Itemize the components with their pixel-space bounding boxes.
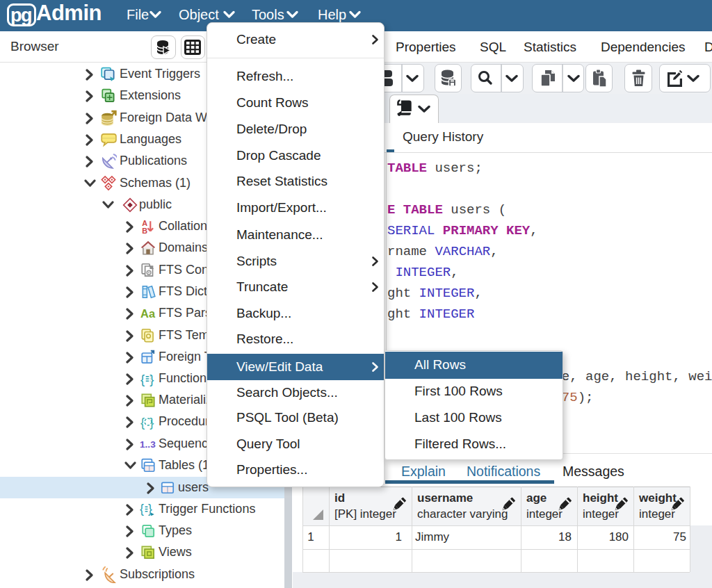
svg-text:{: { [140, 372, 145, 386]
svg-text:{: { [140, 415, 145, 430]
svg-text:Aa: Aa [140, 307, 156, 320]
svg-text:{: { [140, 502, 144, 516]
svg-text:B: B [142, 227, 147, 235]
svg-text:1..3: 1..3 [140, 439, 156, 450]
